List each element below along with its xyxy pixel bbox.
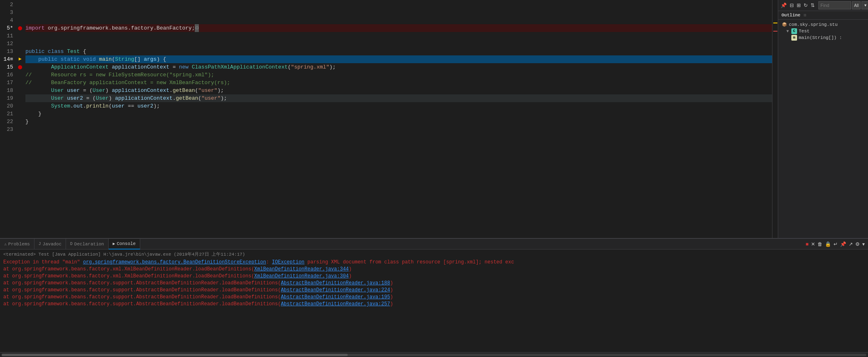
scroll-indicator[interactable]	[772, 0, 778, 238]
code-line-18: User user = (User) applicationContext.ge…	[25, 87, 772, 94]
code-line-22: }	[25, 118, 772, 126]
stack-link-6[interactable]: AbstractBeanDefinitionReader.java:257	[281, 301, 390, 307]
console-error-line-2: at org.springframework.beans.factory.xml…	[3, 266, 865, 273]
gutter: ▶	[16, 0, 24, 238]
bottom-tabs: ⚠ Problems J Javadoc D Declaration ▶ Con…	[0, 239, 868, 249]
sort-icon[interactable]: ⇅	[810, 2, 816, 9]
console-view-menu-button[interactable]: ▾	[861, 240, 866, 248]
tab-problems[interactable]: ⚠ Problems	[0, 239, 34, 249]
find-toolbar: 📌 ⊟ ⊞ ↻ ⇅ All ▼	[778, 0, 868, 11]
gutter-line-19	[16, 94, 24, 102]
stack-link-1[interactable]: XmlBeanDefinitionReader.java:344	[254, 266, 349, 272]
word-wrap-button[interactable]: ↵	[833, 240, 838, 248]
code-line-2	[25, 1, 772, 9]
console-error-line-4: at org.springframework.beans.factory.sup…	[3, 280, 865, 287]
console-terminated-line: <terminated> Test [Java Application] H:\…	[3, 251, 865, 258]
stack-link-2[interactable]: XmlBeanDefinitionReader.java:304	[254, 273, 349, 279]
horizontal-scrollbar[interactable]	[0, 352, 868, 357]
code-line-12	[25, 40, 772, 48]
method-icon: m	[791, 35, 797, 41]
stack-link-4[interactable]: AbstractBeanDefinitionReader.java:224	[281, 287, 390, 293]
find-input[interactable]	[818, 1, 851, 9]
outline-item-class[interactable]: ▼ C Test	[778, 28, 868, 34]
bottom-panel: ⚠ Problems J Javadoc D Declaration ▶ Con…	[0, 238, 868, 357]
code-line-20: System.out.println(user == user2);	[25, 102, 772, 110]
console-toolbar: ■ ✕ 🗑 🔒 ↵ 📌 ↗ ⚙ ▾	[805, 240, 868, 248]
code-line-23	[25, 126, 772, 133]
javadoc-icon: J	[39, 242, 41, 246]
code-line-15: ApplicationContext applicationContext = …	[25, 63, 772, 71]
console-output: <terminated> Test [Java Application] H:\…	[0, 249, 868, 352]
gutter-line-5[interactable]	[16, 24, 24, 32]
outline-item-method[interactable]: m main(String[]) :	[778, 34, 868, 41]
open-console-button[interactable]: ↗	[848, 240, 854, 248]
gutter-line-23	[16, 126, 24, 133]
outline-tree: 📦 com.sky.spring.stu ▼ C Test m main(Str…	[778, 20, 868, 238]
pin-icon[interactable]: 📌	[780, 2, 788, 9]
console-error-line-1: Exception in thread "main" org.springfra…	[3, 259, 865, 266]
outline-title: Outline	[781, 13, 800, 18]
pin-console-button[interactable]: 📌	[839, 240, 847, 248]
gutter-line-12	[16, 40, 24, 48]
stack-link-3[interactable]: AbstractBeanDefinitionReader.java:188	[281, 280, 390, 286]
tab-javadoc[interactable]: J Javadoc	[34, 239, 66, 249]
clear-console-button[interactable]: 🗑	[817, 240, 823, 248]
code-line-11	[25, 32, 772, 40]
breakpoint-marker[interactable]	[18, 26, 22, 30]
console-error-line-5: at org.springframework.beans.factory.sup…	[3, 287, 865, 294]
scrollbar-track[interactable]	[2, 354, 866, 356]
gutter-line-22	[16, 118, 24, 126]
editor-layout: 2 3 4 5* 11 12 13 14≡ 15 16 17 18 19 20 …	[0, 0, 868, 238]
scrollbar-thumb[interactable]	[2, 354, 348, 356]
code-text[interactable]: import org.springframework.beans.factory…	[24, 0, 772, 238]
find-all-button[interactable]: All	[852, 1, 861, 9]
gutter-line-20	[16, 102, 24, 110]
problems-icon: ⚠	[4, 242, 7, 247]
terminate-button[interactable]: ■	[805, 240, 809, 248]
gutter-line-16	[16, 71, 24, 79]
find-next-button[interactable]: ▼	[861, 1, 868, 9]
tab-declaration[interactable]: D Declaration	[66, 239, 109, 249]
code-line-3	[25, 9, 772, 16]
console-settings-button[interactable]: ⚙	[854, 240, 861, 248]
tab-problems-label: Problems	[8, 242, 30, 247]
remove-launch-button[interactable]: ✕	[810, 240, 816, 248]
code-line-16: // Resource rs = new FileSystemResource(…	[25, 71, 772, 79]
collapse-icon[interactable]: ⊟	[789, 2, 795, 9]
console-error-line-7: at org.springframework.beans.factory.sup…	[3, 301, 865, 308]
code-line-5: import org.springframework.beans.factory…	[25, 24, 772, 32]
class-icon: C	[791, 28, 797, 34]
breakpoint-marker-15[interactable]	[18, 65, 22, 69]
gutter-line-13	[16, 48, 24, 55]
outline-package-label: com.sky.spring.stu	[789, 22, 838, 27]
console-error-line-6: at org.springframework.beans.factory.sup…	[3, 294, 865, 301]
declaration-icon: D	[70, 242, 73, 246]
stack-link-5[interactable]: AbstractBeanDefinitionReader.java:195	[281, 294, 390, 300]
gutter-line-4	[16, 16, 24, 24]
outline-panel: 📌 ⊟ ⊞ ↻ ⇅ All ▼ Outline ⊠	[778, 0, 868, 238]
io-exception-link[interactable]: IOException	[272, 259, 304, 265]
gutter-line-15[interactable]	[16, 63, 24, 71]
gutter-line-17	[16, 79, 24, 87]
gutter-line-2	[16, 1, 24, 9]
tab-console-label: Console	[117, 241, 136, 246]
refresh-icon[interactable]: ↻	[803, 2, 809, 9]
code-line-21: }	[25, 110, 772, 118]
exception-class-link[interactable]: org.springframework.beans.factory.BeanDe…	[83, 259, 266, 265]
gutter-line-18	[16, 87, 24, 94]
console-icon: ▶	[113, 241, 115, 246]
code-line-19: User user2 = (User) applicationContext.g…	[25, 94, 772, 102]
outline-item-package[interactable]: 📦 com.sky.spring.stu	[778, 21, 868, 28]
outline-class-label: Test	[799, 29, 809, 34]
gutter-line-11	[16, 32, 24, 40]
expand-icon[interactable]: ⊞	[796, 2, 802, 9]
line-numbers: 2 3 4 5* 11 12 13 14≡ 15 16 17 18 19 20 …	[0, 0, 16, 238]
tab-console[interactable]: ▶ Console	[109, 239, 140, 249]
scroll-lock-button[interactable]: 🔒	[824, 240, 832, 248]
execution-arrow: ▶	[18, 55, 21, 63]
package-icon: 📦	[781, 22, 787, 27]
collapse-arrow: ▼	[786, 29, 789, 34]
code-line-17: // BeanFactory applicationContext = new …	[25, 79, 772, 87]
code-line-14: public static void main(String[] args) {	[25, 55, 772, 63]
tab-declaration-label: Declaration	[74, 242, 104, 247]
